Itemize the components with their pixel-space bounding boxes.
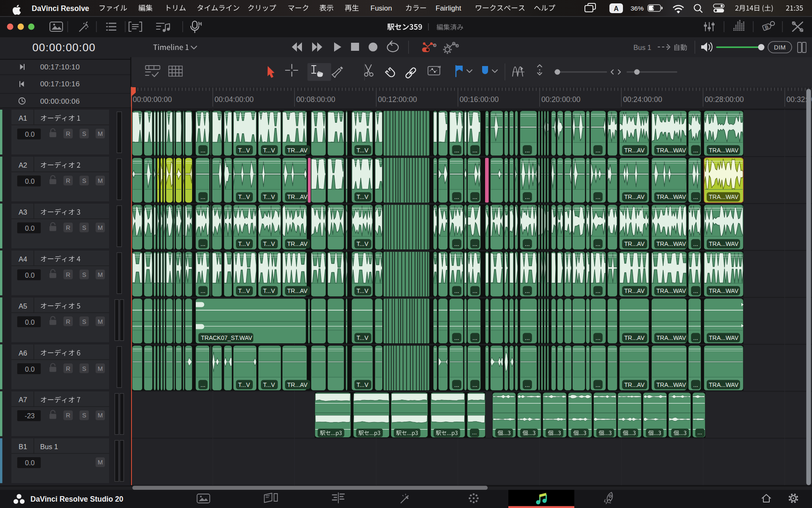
svg-text:0.0: 0.0 (25, 130, 35, 138)
svg-text:...: ... (693, 381, 698, 388)
svg-text:Bus 1: Bus 1 (40, 443, 58, 450)
svg-text:...: ... (200, 287, 206, 294)
svg-text:...: ... (454, 381, 459, 388)
svg-text:TR...AV: TR...AV (624, 193, 645, 200)
svg-text:...: ... (525, 334, 530, 341)
svg-text:T...V: T...V (263, 381, 275, 388)
svg-text:TRACK07_ST.WAV: TRACK07_ST.WAV (201, 334, 252, 341)
svg-text:...: ... (472, 240, 477, 247)
svg-text:T...V: T...V (357, 240, 369, 247)
svg-text:S: S (82, 177, 86, 184)
svg-text:R: R (66, 318, 70, 325)
svg-text:-23: -23 (25, 412, 35, 420)
svg-text:00:20:00:00: 00:20:00:00 (541, 95, 581, 104)
svg-text:TRA...WAV: TRA...WAV (709, 287, 739, 294)
svg-text:00:17:10:10: 00:17:10:10 (40, 63, 80, 71)
svg-text:00:12:00:00: 00:12:00:00 (378, 95, 417, 104)
svg-text:TR...AV: TR...AV (624, 381, 645, 388)
svg-text:0.0: 0.0 (25, 177, 35, 185)
svg-text:Bus 1: Bus 1 (634, 44, 651, 51)
svg-text:TRA...WAV: TRA...WAV (656, 240, 686, 247)
svg-text:R: R (66, 271, 70, 278)
svg-text:TR...AV: TR...AV (624, 334, 645, 341)
svg-text:TR...AV: TR...AV (287, 240, 308, 247)
svg-text:...: ... (595, 240, 601, 247)
svg-text:0.0: 0.0 (25, 224, 35, 232)
svg-text:TRA...WAV: TRA...WAV (709, 381, 739, 388)
svg-text:DaVinci Resolve: DaVinci Resolve (32, 4, 89, 13)
svg-text:TR...AV: TR...AV (287, 287, 308, 294)
svg-text:00:16:00:00: 00:16:00:00 (460, 95, 499, 104)
svg-text:...: ... (525, 287, 530, 294)
svg-text:A3: A3 (19, 208, 27, 216)
svg-text:R: R (66, 365, 70, 372)
svg-text:TRA...WAV: TRA...WAV (656, 334, 686, 341)
svg-text:...: ... (595, 334, 601, 341)
svg-text:M: M (98, 459, 103, 466)
svg-text:...: ... (472, 193, 477, 200)
svg-text:M: M (98, 177, 103, 184)
svg-text:S: S (82, 365, 86, 372)
svg-text:T...V: T...V (238, 147, 250, 154)
svg-text:R: R (66, 224, 70, 231)
svg-text:TRA...WAV: TRA...WAV (709, 147, 739, 154)
svg-text:...: ... (525, 240, 530, 247)
svg-text:S: S (82, 271, 86, 278)
svg-text:T...V: T...V (357, 193, 369, 200)
svg-text:...: ... (472, 429, 477, 436)
svg-text:M: M (98, 412, 103, 419)
svg-text:...: ... (472, 147, 477, 154)
svg-text:...: ... (454, 193, 459, 200)
svg-text:...: ... (200, 240, 206, 247)
svg-text:...: ... (595, 381, 601, 388)
svg-text:...: ... (200, 381, 206, 388)
svg-text:...: ... (454, 147, 459, 154)
svg-text:Fairlight: Fairlight (436, 4, 461, 12)
svg-text:...: ... (454, 287, 459, 294)
svg-text:0.0: 0.0 (25, 459, 35, 467)
svg-text:A6: A6 (19, 349, 27, 357)
svg-text:TR...AV: TR...AV (624, 240, 645, 247)
svg-text:...: ... (697, 429, 702, 436)
svg-text:...: ... (525, 193, 530, 200)
svg-text:00:24:00:00: 00:24:00:00 (623, 95, 662, 104)
svg-text:DaVinci Resolve Studio 20: DaVinci Resolve Studio 20 (30, 495, 123, 503)
svg-text:00:00:00:00: 00:00:00:00 (133, 95, 172, 104)
svg-text:00:04:00:00: 00:04:00:00 (214, 95, 254, 104)
svg-text:T...V: T...V (238, 381, 250, 388)
svg-text:00:00:00:00: 00:00:00:00 (33, 41, 96, 54)
svg-text:TR...AV: TR...AV (287, 147, 308, 154)
svg-text:S: S (82, 412, 86, 419)
svg-text:...: ... (454, 240, 459, 247)
svg-text:T...V: T...V (238, 193, 250, 200)
svg-text:TRA...WAV: TRA...WAV (656, 147, 686, 154)
svg-text:...: ... (595, 147, 601, 154)
svg-text:R: R (66, 177, 70, 184)
svg-text:...: ... (595, 287, 601, 294)
svg-text:T...V: T...V (263, 147, 275, 154)
svg-text:T...V: T...V (357, 334, 369, 341)
svg-text:...: ... (693, 334, 698, 341)
svg-text:TRA...WAV: TRA...WAV (656, 287, 686, 294)
svg-text:DIM: DIM (774, 44, 786, 51)
svg-text:TRA...WAV: TRA...WAV (709, 193, 739, 200)
svg-text:R: R (66, 130, 70, 137)
svg-text:...: ... (525, 147, 530, 154)
svg-text:B1: B1 (19, 443, 27, 450)
svg-text:T...V: T...V (357, 381, 369, 388)
svg-text:A5: A5 (19, 302, 27, 310)
svg-text:TRA...WAV: TRA...WAV (656, 193, 686, 200)
svg-text:...: ... (693, 287, 698, 294)
svg-text:TR...AV: TR...AV (624, 287, 645, 294)
svg-text:M: M (98, 271, 103, 278)
svg-text:A1: A1 (19, 114, 27, 122)
svg-text:0.0: 0.0 (25, 318, 35, 326)
svg-text:...: ... (200, 193, 206, 200)
svg-text:00:28:00:00: 00:28:00:00 (705, 95, 744, 104)
svg-text:TRA...WAV: TRA...WAV (656, 381, 686, 388)
svg-text:TR...AV: TR...AV (287, 381, 308, 388)
svg-text:Fusion: Fusion (370, 4, 392, 12)
svg-text:...: ... (693, 147, 698, 154)
svg-text:M: M (98, 224, 103, 231)
svg-text:00:08:00:00: 00:08:00:00 (296, 95, 335, 104)
